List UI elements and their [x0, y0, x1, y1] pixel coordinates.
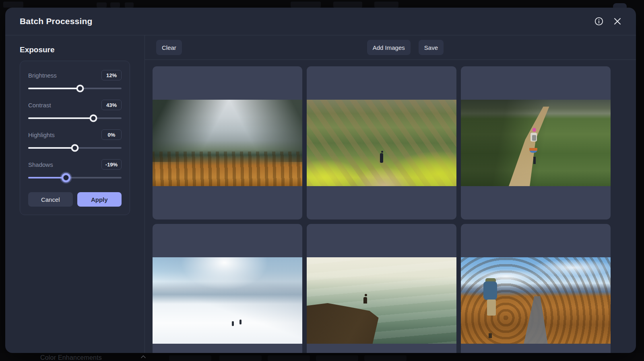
- brightness-slider[interactable]: [28, 84, 122, 92]
- hiker-figure: [533, 128, 536, 132]
- shadows-value: -19%: [101, 159, 122, 170]
- exposure-sidebar: Exposure Brightness 12% Contrast 4: [5, 35, 145, 353]
- brightness-slider-group: Brightness 12%: [28, 70, 122, 92]
- shadows-slider[interactable]: [28, 174, 122, 182]
- backdrop-artifact: [125, 2, 134, 8]
- image-card[interactable]: [461, 66, 611, 219]
- toolbar-right-group: Add Images Save: [367, 40, 444, 55]
- backdrop-artifact: [97, 2, 107, 8]
- main-content: Clear Add Images Save: [145, 35, 636, 353]
- walker-figure: [381, 151, 383, 153]
- apply-button[interactable]: Apply: [77, 192, 122, 207]
- contrast-slider-thumb[interactable]: [90, 115, 97, 122]
- contrast-value: 43%: [101, 100, 122, 110]
- image-card[interactable]: [307, 66, 456, 219]
- backdrop-artifact: [219, 355, 262, 361]
- backdrop-artifact: [364, 355, 407, 361]
- image-card[interactable]: [153, 224, 302, 353]
- brightness-slider-thumb[interactable]: [76, 85, 84, 92]
- sitting-figure: [365, 294, 367, 296]
- backdrop-artifact: [374, 2, 398, 8]
- image-card[interactable]: [153, 66, 302, 219]
- highlights-slider-thumb[interactable]: [71, 144, 79, 152]
- skier-figure: [232, 321, 234, 326]
- contrast-slider[interactable]: [28, 114, 122, 122]
- thumbnail-snow-slope: [153, 257, 302, 344]
- dialog-body: Exposure Brightness 12% Contrast 4: [5, 35, 636, 353]
- add-images-button[interactable]: Add Images: [367, 40, 411, 55]
- clear-button[interactable]: Clear: [156, 40, 182, 55]
- highlights-label: Highlights: [28, 131, 55, 138]
- hiker-backpack: [532, 135, 536, 141]
- batch-processing-dialog: Batch Processing Exposure: [5, 8, 636, 353]
- contrast-slider-group: Contrast 43%: [28, 100, 122, 122]
- highlights-slider-group: Highlights 0%: [28, 129, 122, 152]
- info-icon[interactable]: [593, 16, 605, 27]
- walker-figure: [380, 153, 383, 163]
- thumbnail-green-canyon: [307, 100, 456, 186]
- thumbnail-autumn-mountains: [153, 100, 302, 186]
- dialog-header: Batch Processing: [5, 8, 636, 35]
- thumbnail-backpacker-rocks: [461, 257, 611, 344]
- backdrop-artifact: [333, 2, 362, 8]
- image-card[interactable]: [307, 224, 456, 353]
- exposure-panel: Brightness 12% Contrast 43%: [20, 61, 130, 215]
- chevron-up-icon[interactable]: [140, 354, 147, 361]
- shadows-slider-thumb[interactable]: [62, 173, 71, 183]
- backdrop-artifact: [316, 355, 358, 361]
- shadows-label: Shadows: [28, 161, 53, 168]
- color-enhancements-label: Color Enhancements: [40, 354, 102, 361]
- backdrop-artifact: [110, 2, 120, 8]
- panel-actions: Cancel Apply: [28, 192, 122, 207]
- backdrop-artifact: [291, 2, 321, 8]
- brightness-label: Brightness: [28, 72, 57, 79]
- hiker-figure: [529, 148, 537, 153]
- cliff-rock: [307, 257, 456, 344]
- brightness-value: 12%: [101, 70, 122, 80]
- backpacker-backpack: [483, 281, 497, 300]
- highlights-slider[interactable]: [28, 144, 122, 152]
- save-button[interactable]: Save: [419, 40, 444, 55]
- backpacker-figure: [489, 333, 492, 338]
- sitting-figure: [363, 297, 367, 304]
- highlights-value: 0%: [101, 129, 122, 140]
- image-card[interactable]: [461, 224, 611, 353]
- backdrop-artifact: [613, 3, 627, 8]
- shadows-slider-group: Shadows -19%: [28, 159, 122, 182]
- boardwalk-path: [461, 257, 611, 344]
- section-title-exposure: Exposure: [20, 45, 144, 54]
- hiker-figure: [533, 157, 536, 164]
- backdrop-artifact: [169, 355, 211, 361]
- backdrop-artifact: [3, 2, 23, 8]
- background-panel-strip: Color Enhancements: [0, 353, 644, 361]
- backdrop-artifact: [268, 355, 310, 361]
- skier-figure: [239, 320, 242, 324]
- close-icon[interactable]: [612, 16, 623, 27]
- thumbnail-ridge-trail: [461, 100, 611, 186]
- trail-path: [461, 100, 611, 186]
- header-actions: [593, 16, 623, 27]
- image-grid: [145, 60, 636, 353]
- thumbnail-cliff-sitter: [307, 257, 456, 344]
- cancel-button[interactable]: Cancel: [28, 192, 73, 207]
- gallery-toolbar: Clear Add Images Save: [145, 35, 636, 60]
- contrast-label: Contrast: [28, 102, 51, 109]
- dialog-title: Batch Processing: [20, 16, 93, 26]
- backpacker-figure: [487, 299, 496, 316]
